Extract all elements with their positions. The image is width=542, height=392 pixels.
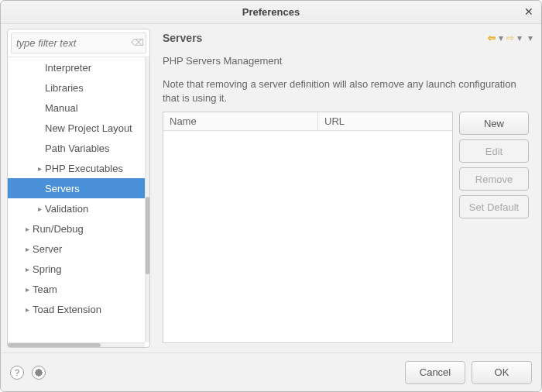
page-note: Note that removing a server definition w…	[163, 77, 529, 105]
tree-horizontal-scrollbar[interactable]	[8, 342, 145, 347]
table-header: Name URL	[163, 112, 452, 131]
page-subtitle: PHP Servers Management	[163, 55, 529, 67]
set-default-button[interactable]: Set Default	[459, 195, 529, 218]
tree-item-label: PHP Executables	[45, 163, 123, 174]
tree-item-validation[interactable]: ▸Validation	[8, 198, 145, 218]
tree-item-team[interactable]: ▸Team	[8, 279, 145, 299]
page-heading: Servers	[163, 32, 202, 44]
preference-tree: InterpreterLibrariesManualNew Project La…	[8, 57, 149, 347]
tree-item-label: Manual	[45, 102, 78, 114]
footer: ? Cancel OK	[1, 352, 541, 391]
tree-item-php-executables[interactable]: ▸PHP Executables	[8, 158, 145, 178]
nav-back-dropdown-icon[interactable]: ▾	[498, 33, 504, 43]
window-title: Preferences	[242, 6, 300, 18]
tree-item-spring[interactable]: ▸Spring	[8, 259, 145, 279]
close-icon[interactable]: ✕	[524, 5, 533, 18]
ok-button[interactable]: OK	[472, 361, 532, 384]
tree-item-manual[interactable]: Manual	[8, 98, 145, 118]
clear-filter-icon[interactable]: ⌫	[131, 37, 142, 48]
tree-item-label: Servers	[45, 183, 80, 194]
tree-item-server[interactable]: ▸Server	[8, 239, 145, 259]
footer-left: ?	[10, 366, 46, 380]
filter-input[interactable]	[11, 33, 146, 53]
expand-arrow-icon[interactable]: ▸	[22, 265, 33, 273]
column-name[interactable]: Name	[163, 112, 318, 130]
tree-item-interpreter[interactable]: Interpreter	[8, 57, 145, 77]
table-body[interactable]	[163, 131, 452, 342]
cancel-button[interactable]: Cancel	[405, 361, 465, 384]
expand-arrow-icon[interactable]: ▸	[34, 205, 45, 213]
tree-vertical-scrollbar[interactable]	[145, 57, 149, 342]
expand-arrow-icon[interactable]: ▸	[22, 285, 33, 294]
preferences-window: Preferences ✕ ⌫ InterpreterLibrariesManu…	[0, 0, 542, 392]
body: ⌫ InterpreterLibrariesManualNew Project …	[1, 24, 541, 352]
main-panel: Servers ⇦ ▾ ⇨ ▾ ▾ PHP Servers Management…	[153, 24, 541, 352]
nav-back-icon[interactable]: ⇦	[487, 33, 496, 43]
main-content: PHP Servers Management Note that removin…	[158, 50, 533, 348]
filter-box: ⌫	[8, 29, 149, 57]
expand-arrow-icon[interactable]: ▸	[22, 305, 33, 314]
tree-item-label: Interpreter	[45, 62, 91, 74]
tree-item-toad-extension[interactable]: ▸Toad Extension	[8, 299, 145, 319]
tree-item-label: Server	[33, 243, 62, 255]
tree-item-label: Run/Debug	[33, 223, 84, 235]
tree-item-label: Spring	[33, 263, 62, 275]
expand-arrow-icon[interactable]: ▸	[22, 225, 33, 233]
main-header: Servers ⇦ ▾ ⇨ ▾ ▾	[158, 29, 533, 50]
tree-item-label: Validation	[45, 203, 88, 215]
expand-arrow-icon[interactable]: ▸	[22, 245, 33, 253]
remove-button[interactable]: Remove	[459, 167, 529, 191]
nav-menu-icon[interactable]: ▾	[527, 33, 533, 43]
edit-button[interactable]: Edit	[459, 139, 529, 163]
tree-item-new-project-layout[interactable]: New Project Layout	[8, 118, 145, 138]
tree-item-servers[interactable]: Servers	[8, 178, 145, 198]
tree-item-libraries[interactable]: Libraries	[8, 77, 145, 98]
tree-item-label: New Project Layout	[45, 122, 132, 134]
expand-arrow-icon[interactable]: ▸	[34, 164, 45, 173]
column-url[interactable]: URL	[318, 112, 452, 130]
tree-item-label: Team	[33, 284, 57, 295]
tree-item-label: Toad Extension	[33, 304, 101, 315]
nav-icons: ⇦ ▾ ⇨ ▾ ▾	[487, 33, 533, 43]
side-buttons: New Edit Remove Set Default	[459, 112, 529, 343]
table-area: Name URL New Edit Remove Set Default	[163, 112, 529, 343]
tree-item-label: Libraries	[45, 82, 84, 94]
sidebar: ⌫ InterpreterLibrariesManualNew Project …	[7, 29, 150, 348]
new-button[interactable]: New	[459, 112, 529, 135]
footer-right: Cancel OK	[405, 361, 532, 384]
titlebar: Preferences ✕	[1, 1, 541, 24]
help-icon[interactable]: ?	[10, 366, 24, 380]
nav-forward-icon[interactable]: ⇨	[506, 33, 515, 43]
tree-item-label: Path Variables	[45, 143, 110, 154]
tree-item-path-variables[interactable]: Path Variables	[8, 138, 145, 158]
tree-item-run-debug[interactable]: ▸Run/Debug	[8, 218, 145, 239]
servers-table[interactable]: Name URL	[163, 112, 453, 343]
import-export-icon[interactable]	[32, 366, 46, 380]
nav-forward-dropdown-icon[interactable]: ▾	[516, 33, 523, 43]
